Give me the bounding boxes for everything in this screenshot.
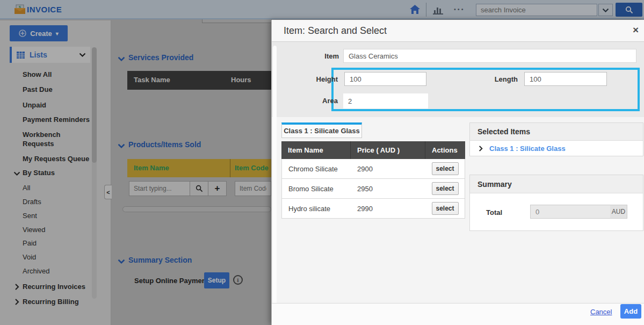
price-cell: 2900 [351,165,425,173]
price-cell: 2950 [351,185,425,193]
area-field-input[interactable] [343,93,428,109]
price-cell: 2990 [351,205,425,213]
item-name-cell: Hydro silicate [282,205,351,213]
item-field-label: Item [304,52,339,60]
item-field-input[interactable] [343,49,636,63]
height-field-input[interactable] [344,72,426,86]
height-field-label: Height [298,75,338,83]
close-icon[interactable]: × [633,25,639,35]
table-row: Chromo Silicate 2900 select [281,159,465,179]
modal-scrollbar-track[interactable] [273,46,277,321]
item-name-cell: Chromo Silicate [282,165,351,173]
item-results-table: Item Name Price ( AUD ) Actions Chromo S… [281,141,465,219]
modal-header: Item: Search and Select × [272,20,644,42]
modal-footer [272,303,644,325]
summary-panel: Summary Total AUD [469,175,643,231]
selected-items-title: Selected Items [470,123,643,141]
currency-suffix: AUD [610,205,627,219]
total-label: Total [486,208,502,216]
select-button[interactable]: select [432,202,459,215]
add-button[interactable]: Add [620,304,641,319]
total-input[interactable] [530,205,611,219]
modal-title: Item: Search and Select [284,25,387,37]
tab-class-1-silicate-glass[interactable]: Class 1 : Silicate Glass [281,122,362,138]
select-button[interactable]: select [432,182,459,195]
summary-title: Summary [470,175,643,193]
col-item-name: Item Name [281,146,350,154]
selected-class-link[interactable]: Class 1 : Silicate Glass [489,145,566,153]
length-field-label: Length [481,75,518,83]
item-search-select-modal: Item: Search and Select × Item Height Le… [271,20,644,325]
col-actions: Actions [425,141,465,159]
cancel-link[interactable]: Cancel [590,308,612,316]
table-row: Bromo Silicate 2950 select [281,179,465,199]
chevron-right-icon [479,146,483,151]
table-header-row: Item Name Price ( AUD ) Actions [281,141,465,159]
col-price-aud: Price ( AUD ) [350,141,425,159]
table-row: Hydro silicate 2990 select [281,199,465,219]
length-field-input[interactable] [524,72,607,86]
selected-items-panel: Selected Items Class 1 : Silicate Glass [469,122,643,156]
area-field-label: Area [298,97,338,105]
item-name-cell: Bromo Silicate [282,185,351,193]
select-button[interactable]: select [432,162,459,175]
